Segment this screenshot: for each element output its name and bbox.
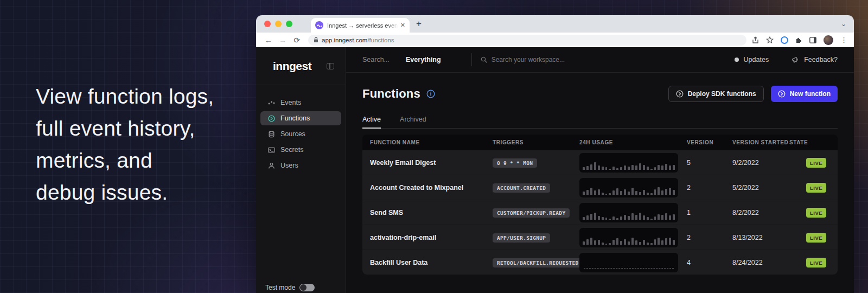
back-icon[interactable]: ← (263, 36, 275, 44)
state-badge: LIVE (806, 158, 826, 168)
window-controls[interactable] (264, 21, 292, 27)
tab-active[interactable]: Active (362, 116, 381, 128)
version-started-value: 8/24/2022 (732, 259, 789, 266)
usage-bar (654, 216, 656, 220)
maximize-window-button[interactable] (286, 21, 292, 27)
inngest-logo: inngest (273, 60, 311, 73)
workspace-topbar: Search... Everything Search your workspa… (346, 47, 854, 73)
password-extension-icon[interactable] (781, 36, 788, 44)
usage-bar (598, 165, 600, 170)
usage-bar (665, 164, 667, 170)
sidebar-item-secrets[interactable]: Secrets (260, 143, 341, 157)
function-name[interactable]: Send SMS (362, 209, 493, 216)
reload-icon[interactable]: ⟳ (291, 36, 303, 44)
usage-bar (605, 218, 608, 220)
usage-bar (673, 240, 675, 245)
url-host: app.inngest.com (322, 37, 367, 43)
usage-bar (631, 165, 634, 170)
table-row[interactable]: Backfill User Data RETOOL/BACKFILL.REQUE… (362, 250, 838, 275)
tab-strip: Inngest → serverless event-dri ✕ + ⌄ (256, 15, 854, 33)
sidebar-item-label: Functions (280, 114, 310, 122)
new-function-button[interactable]: New function (771, 86, 838, 102)
tagline-line: full event history, (36, 112, 214, 144)
usage-bar (628, 167, 630, 170)
side-panel-icon[interactable] (809, 37, 816, 43)
usage-bar (583, 167, 585, 170)
usage-bar (616, 238, 618, 245)
version-value: 1 (687, 209, 732, 216)
users-icon (268, 162, 275, 169)
usage-bar (628, 241, 630, 245)
tagline-line: metrics, and (36, 144, 214, 176)
version-value: 2 (687, 184, 732, 192)
close-window-button[interactable] (264, 21, 271, 27)
sidebar-item-events[interactable]: Events (260, 95, 341, 110)
url-field[interactable]: app.inngest.com/functions (308, 35, 746, 46)
extensions-puzzle-icon[interactable] (795, 36, 802, 43)
table-row[interactable]: Weekly Email Digest 0 9 * * MON 5 9/2/20… (362, 150, 838, 175)
usage-bar (586, 166, 589, 170)
test-mode-toggle[interactable] (299, 284, 315, 291)
state-badge: LIVE (806, 233, 826, 243)
usage-bar (669, 238, 671, 245)
usage-bar (658, 214, 660, 220)
usage-bar (631, 213, 634, 220)
updates-link[interactable]: Updates (744, 56, 769, 63)
new-tab-button[interactable]: + (416, 18, 422, 29)
close-tab-icon[interactable]: ✕ (400, 22, 405, 29)
usage-bar (609, 243, 611, 245)
deploy-sdk-functions-button[interactable]: Deploy SDK functions (668, 86, 764, 102)
usage-bar (598, 240, 600, 245)
bookmark-star-icon[interactable] (766, 36, 774, 44)
collapse-sidebar-icon[interactable] (327, 63, 334, 69)
table-row[interactable]: activation-drip-email APP/USER.SIGNUP 2 … (362, 225, 838, 250)
info-icon[interactable] (426, 90, 435, 98)
usage-bar (605, 167, 608, 170)
usage-bar (654, 189, 656, 195)
usage-bar (639, 242, 641, 245)
profile-avatar[interactable] (824, 35, 833, 45)
share-icon[interactable] (752, 36, 759, 44)
usage-bar (612, 216, 615, 220)
function-name[interactable]: Backfill User Data (362, 259, 493, 266)
sidebar-item-sources[interactable]: Sources (260, 127, 341, 141)
function-name[interactable]: activation-drip-email (362, 234, 493, 241)
usage-sparkline (579, 178, 678, 198)
usage-bar (602, 167, 604, 170)
col-version-started: VERSION STARTED (732, 139, 789, 145)
sidebar-item-functions[interactable]: Functions (260, 111, 341, 125)
table-row[interactable]: Send SMS CUSTOMER/PICKUP.READY 1 8/2/202… (362, 200, 838, 225)
tab-archived[interactable]: Archived (400, 116, 426, 128)
usage-bar (650, 193, 653, 195)
usage-bar (665, 213, 667, 220)
sidebar-item-label: Sources (280, 130, 305, 138)
forward-icon[interactable]: → (277, 36, 289, 44)
header-buttons: Deploy SDK functions New function (668, 86, 838, 102)
usage-bar (590, 164, 592, 170)
function-name[interactable]: Account Created to Mixpanel (362, 184, 493, 192)
col-state: STATE (789, 139, 838, 145)
chevron-down-icon[interactable]: ⌄ (841, 20, 846, 28)
usage-bar (616, 188, 618, 195)
test-mode-label: Test mode (265, 284, 295, 291)
sidebar-item-users[interactable]: Users (260, 158, 341, 173)
sidebar-item-label: Users (280, 162, 298, 169)
function-name[interactable]: Weekly Email Digest (362, 159, 493, 167)
usage-bar (669, 188, 671, 195)
functions-icon (268, 115, 275, 122)
table-row[interactable]: Account Created to Mixpanel ACCOUNT.CREA… (362, 175, 838, 200)
usage-bar (661, 240, 663, 245)
usage-bar (628, 192, 630, 195)
version-value: 2 (687, 234, 732, 241)
usage-bar (639, 192, 641, 195)
browser-menu-icon[interactable]: ⋮ (840, 36, 847, 44)
minimize-window-button[interactable] (275, 21, 282, 27)
workspace-search-input[interactable]: Search your workspace... (492, 56, 565, 63)
usage-bar (624, 189, 626, 195)
browser-tab[interactable]: Inngest → serverless event-dri ✕ (311, 18, 410, 33)
search-label[interactable]: Search... (362, 56, 390, 63)
events-icon (268, 99, 275, 106)
feedback-link[interactable]: Feedback? (804, 56, 838, 63)
usage-bar (631, 188, 634, 195)
search-scope[interactable]: Everything (406, 56, 441, 63)
